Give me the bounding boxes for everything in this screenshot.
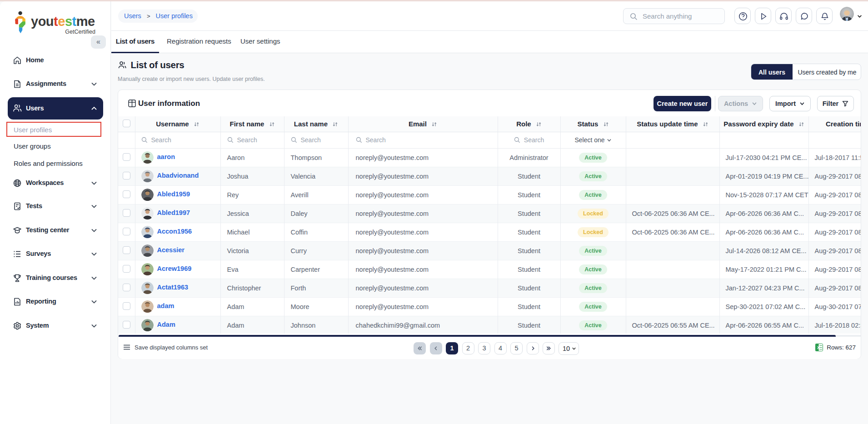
- svg-text:X: X: [817, 345, 820, 350]
